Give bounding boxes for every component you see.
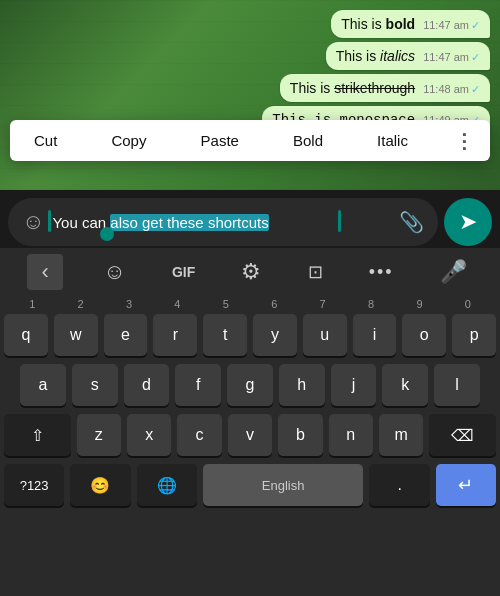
key-j[interactable]: j	[331, 364, 377, 406]
messages-area: This is bold 11:47 am ✓ This is italics …	[0, 0, 500, 210]
context-menu: Cut Copy Paste Bold Italic ⋮	[10, 120, 490, 161]
num-hint-0: 0	[444, 298, 492, 310]
message-2-text: This is italics	[336, 48, 415, 64]
key-d[interactable]: d	[124, 364, 170, 406]
key-row-3: ⇧ z x c v b n m ⌫	[0, 410, 500, 460]
emoji-key[interactable]: 😊	[70, 464, 130, 506]
message-2-meta: 11:47 am ✓	[423, 51, 480, 64]
key-o[interactable]: o	[402, 314, 446, 356]
period-key[interactable]: .	[369, 464, 429, 506]
sticker-button[interactable]: ☺	[97, 253, 131, 291]
context-more-icon[interactable]: ⋮	[454, 129, 474, 153]
send-button[interactable]: ➤	[444, 198, 492, 246]
num-hint-3: 3	[105, 298, 153, 310]
key-h[interactable]: h	[279, 364, 325, 406]
num-hint-8: 8	[347, 298, 395, 310]
num-hint-9: 9	[395, 298, 443, 310]
emoji-button[interactable]: ☺	[22, 209, 44, 235]
back-icon: ‹	[41, 259, 48, 285]
message-1: This is bold 11:47 am ✓	[331, 10, 490, 38]
key-n[interactable]: n	[329, 414, 373, 456]
key-w[interactable]: w	[54, 314, 98, 356]
more-button[interactable]: •••	[363, 256, 400, 289]
globe-key[interactable]: 🌐	[137, 464, 197, 506]
context-bold[interactable]: Bold	[285, 128, 331, 153]
input-area: ☺ You can also get these shortcuts 📎 ➤	[0, 190, 500, 254]
input-text-selected: also get these shortcuts	[110, 214, 268, 231]
context-copy[interactable]: Copy	[103, 128, 154, 153]
key-u[interactable]: u	[303, 314, 347, 356]
key-e[interactable]: e	[104, 314, 148, 356]
key-c[interactable]: c	[177, 414, 221, 456]
context-cut[interactable]: Cut	[26, 128, 65, 153]
key-v[interactable]: v	[228, 414, 272, 456]
input-text-area[interactable]: You can also get these shortcuts	[52, 212, 391, 233]
context-paste[interactable]: Paste	[193, 128, 247, 153]
key-b[interactable]: b	[278, 414, 322, 456]
key-t[interactable]: t	[203, 314, 247, 356]
context-italic[interactable]: Italic	[369, 128, 416, 153]
key-x[interactable]: x	[127, 414, 171, 456]
space-key[interactable]: English	[203, 464, 364, 506]
key-s[interactable]: s	[72, 364, 118, 406]
settings-button[interactable]: ⚙	[235, 253, 267, 291]
key-a[interactable]: a	[20, 364, 66, 406]
input-box[interactable]: ☺ You can also get these shortcuts 📎	[8, 198, 438, 246]
back-button[interactable]: ‹	[27, 254, 63, 290]
message-1-text: This is bold	[341, 16, 415, 32]
enter-key[interactable]: ↵	[436, 464, 496, 506]
message-2: This is italics 11:47 am ✓	[326, 42, 490, 70]
key-m[interactable]: m	[379, 414, 423, 456]
check-icon-2: ✓	[471, 51, 480, 64]
key-p[interactable]: p	[452, 314, 496, 356]
key-row-bottom: ?123 😊 🌐 English . ↵	[0, 460, 500, 510]
num-hint-1: 1	[8, 298, 56, 310]
keyboard-toolbar: ‹ ☺ GIF ⚙ ⊡ ••• 🎤	[0, 248, 500, 296]
key-q[interactable]: q	[4, 314, 48, 356]
clipboard-icon: ⊡	[308, 261, 323, 283]
mic-button[interactable]: 🎤	[434, 253, 473, 291]
check-icon: ✓	[471, 19, 480, 32]
num-hint-7: 7	[298, 298, 346, 310]
sticker-icon: ☺	[103, 259, 125, 285]
mic-icon: 🎤	[440, 259, 467, 285]
key-z[interactable]: z	[77, 414, 121, 456]
key-i[interactable]: i	[353, 314, 397, 356]
send-icon: ➤	[459, 209, 477, 235]
more-dots-icon: •••	[369, 262, 394, 283]
key-l[interactable]: l	[434, 364, 480, 406]
key-row-1: q w e r t y u i o p	[0, 310, 500, 360]
clipboard-button[interactable]: ⊡	[302, 255, 329, 289]
settings-icon: ⚙	[241, 259, 261, 285]
shift-key[interactable]: ⇧	[4, 414, 71, 456]
num-hint-4: 4	[153, 298, 201, 310]
attachment-button[interactable]: 📎	[399, 210, 424, 234]
message-3: This is strikethrough 11:48 am ✓	[280, 74, 490, 102]
message-1-meta: 11:47 am ✓	[423, 19, 480, 32]
keyboard: 1 2 3 4 5 6 7 8 9 0 q w e r t y u i o p …	[0, 296, 500, 596]
key-row-2: a s d f g h j k l	[0, 360, 500, 410]
message-3-meta: 11:48 am ✓	[423, 83, 480, 96]
cursor-handle-right	[338, 210, 341, 232]
cursor-dot	[100, 227, 114, 241]
gif-label: GIF	[172, 264, 195, 280]
message-3-text: This is strikethrough	[290, 80, 415, 96]
number-hints-row: 1 2 3 4 5 6 7 8 9 0	[0, 296, 500, 310]
key-y[interactable]: y	[253, 314, 297, 356]
key-k[interactable]: k	[382, 364, 428, 406]
num-hint-2: 2	[56, 298, 104, 310]
cursor-handle-left	[48, 210, 51, 232]
check-icon-3: ✓	[471, 83, 480, 96]
symbols-key[interactable]: ?123	[4, 464, 64, 506]
num-hint-6: 6	[250, 298, 298, 310]
num-hint-5: 5	[202, 298, 250, 310]
gif-button[interactable]: GIF	[166, 258, 201, 286]
key-f[interactable]: f	[175, 364, 221, 406]
delete-key[interactable]: ⌫	[429, 414, 496, 456]
key-r[interactable]: r	[153, 314, 197, 356]
key-g[interactable]: g	[227, 364, 273, 406]
